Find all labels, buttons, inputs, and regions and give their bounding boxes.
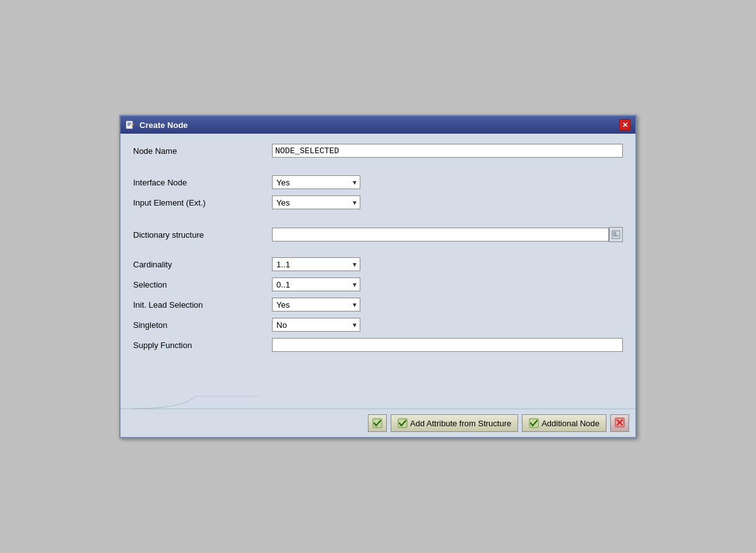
singleton-select[interactable]: No Yes bbox=[272, 318, 360, 332]
singleton-row: Singleton No Yes ▼ bbox=[133, 318, 623, 332]
spacer bbox=[133, 358, 623, 396]
init-lead-selection-row: Init. Lead Selection Yes No ▼ bbox=[133, 298, 623, 311]
title-bar: Create Node ✕ bbox=[121, 116, 635, 134]
dialog-title: Create Node bbox=[139, 120, 188, 130]
supply-function-label: Supply Function bbox=[133, 341, 272, 350]
dictionary-structure-row: Dictionary structure bbox=[133, 227, 623, 242]
svg-rect-0 bbox=[126, 121, 133, 129]
add-attribute-label: Add Attribute from Structure bbox=[410, 419, 511, 428]
singleton-select-wrap: No Yes ▼ bbox=[272, 318, 360, 332]
node-name-input[interactable] bbox=[272, 144, 623, 158]
node-name-label: Node Name bbox=[133, 146, 272, 156]
cardinality-select-wrap: 1..1 0..1 0..n 1..n ▼ bbox=[272, 257, 360, 271]
interface-node-select[interactable]: Yes No bbox=[272, 175, 360, 189]
input-element-row: Input Element (Ext.) Yes No ▼ bbox=[133, 195, 623, 209]
ok-button[interactable] bbox=[368, 414, 387, 432]
svg-rect-7 bbox=[613, 235, 618, 236]
input-element-select-wrap: Yes No ▼ bbox=[272, 195, 360, 209]
window-close-button[interactable]: ✕ bbox=[619, 119, 630, 131]
selection-row: Selection 0..1 0..n 1..1 none ▼ bbox=[133, 277, 623, 291]
cancel-x-icon bbox=[615, 417, 625, 429]
dialog-body: Node Name Interface Node Yes No ▼ Input … bbox=[121, 134, 635, 409]
node-name-control bbox=[272, 144, 623, 158]
footer-curve-area bbox=[133, 396, 623, 409]
dictionary-browse-button[interactable] bbox=[609, 227, 623, 242]
cancel-button[interactable] bbox=[610, 414, 629, 432]
init-lead-selection-select-wrap: Yes No ▼ bbox=[272, 298, 360, 311]
create-node-dialog: Create Node ✕ Node Name Interface Node Y… bbox=[119, 115, 637, 438]
init-lead-selection-select[interactable]: Yes No bbox=[272, 298, 360, 311]
footer-area: Add Attribute from Structure Additional … bbox=[121, 409, 635, 437]
cardinality-row: Cardinality 1..1 0..1 0..n 1..n ▼ bbox=[133, 257, 623, 271]
singleton-label: Singleton bbox=[133, 320, 272, 330]
svg-rect-6 bbox=[613, 232, 616, 235]
interface-node-label: Interface Node bbox=[133, 178, 272, 187]
dictionary-structure-input-wrap bbox=[272, 227, 623, 242]
supply-function-row: Supply Function bbox=[133, 338, 623, 352]
add-attribute-button[interactable]: Add Attribute from Structure bbox=[391, 414, 518, 432]
add-attribute-check-icon bbox=[398, 418, 408, 428]
selection-label: Selection bbox=[133, 280, 272, 289]
node-name-section: Node Name bbox=[133, 144, 623, 170]
dictionary-structure-label: Dictionary structure bbox=[133, 230, 272, 240]
supply-function-control bbox=[272, 338, 623, 352]
interface-node-row: Interface Node Yes No ▼ bbox=[133, 175, 623, 189]
interface-node-select-wrap: Yes No ▼ bbox=[272, 175, 360, 189]
selection-select-wrap: 0..1 0..n 1..1 none ▼ bbox=[272, 277, 360, 291]
init-lead-selection-label: Init. Lead Selection bbox=[133, 300, 272, 310]
input-element-label: Input Element (Ext.) bbox=[133, 198, 272, 207]
selection-select[interactable]: 0..1 0..n 1..1 none bbox=[272, 277, 360, 291]
node-name-row: Node Name bbox=[133, 144, 623, 158]
cardinality-label: Cardinality bbox=[133, 260, 272, 269]
dictionary-structure-input[interactable] bbox=[272, 228, 609, 242]
additional-node-check-icon bbox=[529, 418, 539, 428]
dialog-icon bbox=[126, 120, 136, 130]
additional-node-label: Additional Node bbox=[541, 419, 599, 428]
additional-node-button[interactable]: Additional Node bbox=[522, 414, 606, 432]
cardinality-select[interactable]: 1..1 0..1 0..n 1..n bbox=[272, 257, 360, 271]
title-bar-left: Create Node bbox=[126, 120, 188, 130]
input-element-select[interactable]: Yes No bbox=[272, 195, 360, 209]
ok-check-icon bbox=[372, 418, 382, 428]
supply-function-input[interactable] bbox=[272, 338, 623, 352]
